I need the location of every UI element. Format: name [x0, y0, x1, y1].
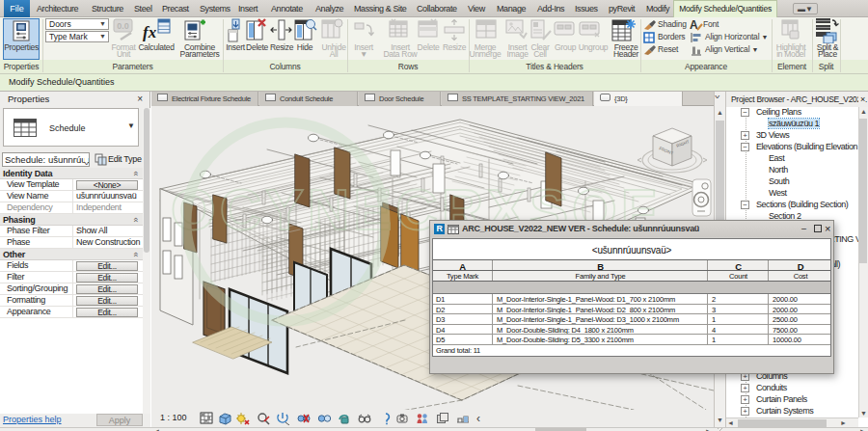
svg-text:‹: ‹ — [476, 412, 480, 425]
svg-text:0.0: 0.0 — [117, 21, 129, 31]
svg-text:fx: fx — [143, 23, 157, 41]
